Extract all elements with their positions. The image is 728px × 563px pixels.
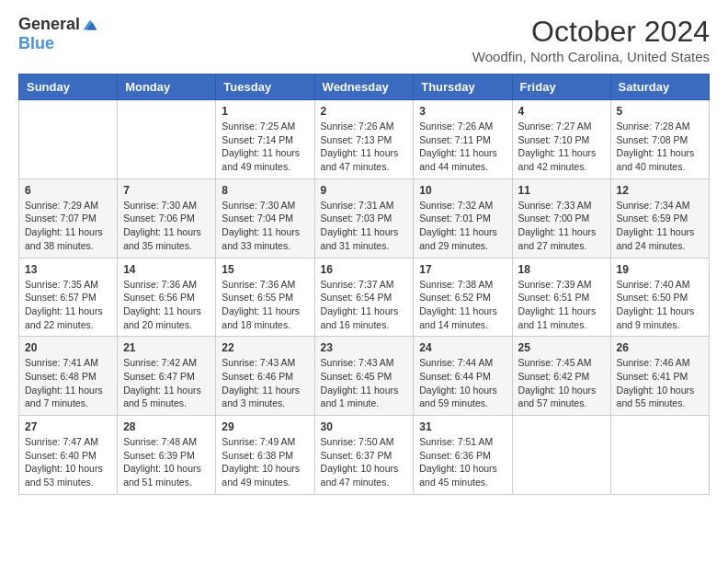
day-number: 2 bbox=[321, 105, 408, 118]
calendar-week-2: 6Sunrise: 7:29 AM Sunset: 7:07 PM Daylig… bbox=[19, 178, 710, 258]
col-wednesday: Wednesday bbox=[314, 75, 414, 100]
day-number: 5 bbox=[617, 105, 703, 118]
cell-info: Sunrise: 7:25 AM Sunset: 7:14 PM Dayligh… bbox=[222, 120, 308, 174]
cell-info: Sunrise: 7:36 AM Sunset: 6:55 PM Dayligh… bbox=[222, 278, 308, 332]
day-number: 1 bbox=[222, 105, 308, 118]
day-number: 11 bbox=[518, 184, 605, 197]
day-number: 21 bbox=[123, 341, 210, 354]
calendar-cell: 16Sunrise: 7:37 AM Sunset: 6:54 PM Dayli… bbox=[314, 258, 414, 337]
day-number: 14 bbox=[123, 263, 210, 276]
calendar-cell: 13Sunrise: 7:35 AM Sunset: 6:57 PM Dayli… bbox=[19, 258, 118, 337]
cell-info: Sunrise: 7:26 AM Sunset: 7:13 PM Dayligh… bbox=[321, 120, 408, 174]
calendar-cell: 15Sunrise: 7:36 AM Sunset: 6:55 PM Dayli… bbox=[216, 258, 314, 337]
cell-info: Sunrise: 7:31 AM Sunset: 7:03 PM Dayligh… bbox=[321, 199, 408, 253]
logo-icon bbox=[82, 17, 98, 33]
cell-info: Sunrise: 7:40 AM Sunset: 6:50 PM Dayligh… bbox=[617, 278, 703, 332]
col-thursday: Thursday bbox=[414, 75, 512, 100]
day-number: 9 bbox=[321, 184, 408, 197]
day-number: 16 bbox=[321, 263, 408, 276]
day-number: 17 bbox=[419, 263, 506, 276]
calendar-cell: 3Sunrise: 7:26 AM Sunset: 7:11 PM Daylig… bbox=[414, 100, 512, 179]
day-number: 15 bbox=[222, 263, 308, 276]
logo: General Blue bbox=[18, 15, 98, 53]
day-number: 29 bbox=[222, 420, 308, 433]
calendar-cell: 27Sunrise: 7:47 AM Sunset: 6:40 PM Dayli… bbox=[19, 416, 118, 495]
day-number: 26 bbox=[617, 341, 703, 354]
calendar-cell: 31Sunrise: 7:51 AM Sunset: 6:36 PM Dayli… bbox=[414, 416, 512, 495]
col-monday: Monday bbox=[118, 75, 216, 100]
cell-info: Sunrise: 7:49 AM Sunset: 6:38 PM Dayligh… bbox=[222, 435, 308, 489]
calendar-cell: 10Sunrise: 7:32 AM Sunset: 7:01 PM Dayli… bbox=[414, 178, 512, 258]
calendar-week-5: 27Sunrise: 7:47 AM Sunset: 6:40 PM Dayli… bbox=[19, 416, 710, 495]
calendar-cell: 29Sunrise: 7:49 AM Sunset: 6:38 PM Dayli… bbox=[216, 416, 314, 495]
cell-info: Sunrise: 7:50 AM Sunset: 6:37 PM Dayligh… bbox=[321, 435, 408, 489]
day-number: 3 bbox=[419, 105, 506, 118]
calendar-cell bbox=[118, 100, 216, 179]
day-number: 10 bbox=[419, 184, 506, 197]
cell-info: Sunrise: 7:47 AM Sunset: 6:40 PM Dayligh… bbox=[25, 435, 111, 489]
day-number: 8 bbox=[222, 184, 308, 197]
calendar-cell: 24Sunrise: 7:44 AM Sunset: 6:44 PM Dayli… bbox=[414, 337, 512, 416]
cell-info: Sunrise: 7:36 AM Sunset: 6:56 PM Dayligh… bbox=[123, 278, 210, 332]
calendar-cell: 30Sunrise: 7:50 AM Sunset: 6:37 PM Dayli… bbox=[314, 416, 414, 495]
calendar-cell: 28Sunrise: 7:48 AM Sunset: 6:39 PM Dayli… bbox=[118, 416, 216, 495]
calendar-cell: 2Sunrise: 7:26 AM Sunset: 7:13 PM Daylig… bbox=[314, 100, 414, 179]
calendar-cell: 23Sunrise: 7:43 AM Sunset: 6:45 PM Dayli… bbox=[314, 337, 414, 416]
calendar-cell: 1Sunrise: 7:25 AM Sunset: 7:14 PM Daylig… bbox=[216, 100, 314, 179]
cell-info: Sunrise: 7:34 AM Sunset: 6:59 PM Dayligh… bbox=[617, 199, 703, 253]
day-number: 4 bbox=[518, 105, 605, 118]
day-number: 31 bbox=[419, 420, 506, 433]
col-sunday: Sunday bbox=[19, 75, 118, 100]
day-number: 7 bbox=[123, 184, 210, 197]
day-number: 20 bbox=[25, 341, 111, 354]
cell-info: Sunrise: 7:26 AM Sunset: 7:11 PM Dayligh… bbox=[419, 120, 506, 174]
day-number: 24 bbox=[419, 341, 506, 354]
day-number: 23 bbox=[321, 341, 408, 354]
cell-info: Sunrise: 7:32 AM Sunset: 7:01 PM Dayligh… bbox=[419, 199, 506, 253]
day-number: 18 bbox=[518, 263, 605, 276]
calendar-cell: 12Sunrise: 7:34 AM Sunset: 6:59 PM Dayli… bbox=[610, 178, 709, 258]
calendar-header-row: Sunday Monday Tuesday Wednesday Thursday… bbox=[19, 75, 710, 100]
col-saturday: Saturday bbox=[610, 75, 709, 100]
calendar-cell: 22Sunrise: 7:43 AM Sunset: 6:46 PM Dayli… bbox=[216, 337, 314, 416]
cell-info: Sunrise: 7:37 AM Sunset: 6:54 PM Dayligh… bbox=[321, 278, 408, 332]
calendar-cell: 21Sunrise: 7:42 AM Sunset: 6:47 PM Dayli… bbox=[118, 337, 216, 416]
cell-info: Sunrise: 7:41 AM Sunset: 6:48 PM Dayligh… bbox=[25, 356, 111, 410]
logo-blue: Blue bbox=[18, 34, 54, 53]
calendar-cell: 6Sunrise: 7:29 AM Sunset: 7:07 PM Daylig… bbox=[19, 178, 118, 258]
calendar-cell: 18Sunrise: 7:39 AM Sunset: 6:51 PM Dayli… bbox=[512, 258, 610, 337]
day-number: 25 bbox=[518, 341, 605, 354]
day-number: 30 bbox=[321, 420, 408, 433]
col-friday: Friday bbox=[512, 75, 610, 100]
cell-info: Sunrise: 7:28 AM Sunset: 7:08 PM Dayligh… bbox=[617, 120, 703, 174]
calendar-week-4: 20Sunrise: 7:41 AM Sunset: 6:48 PM Dayli… bbox=[19, 337, 710, 416]
cell-info: Sunrise: 7:51 AM Sunset: 6:36 PM Dayligh… bbox=[419, 435, 506, 489]
calendar-cell bbox=[610, 416, 709, 495]
day-number: 27 bbox=[25, 420, 111, 433]
day-number: 13 bbox=[25, 263, 111, 276]
calendar-cell: 17Sunrise: 7:38 AM Sunset: 6:52 PM Dayli… bbox=[414, 258, 512, 337]
calendar: Sunday Monday Tuesday Wednesday Thursday… bbox=[18, 74, 710, 495]
cell-info: Sunrise: 7:39 AM Sunset: 6:51 PM Dayligh… bbox=[518, 278, 605, 332]
calendar-cell bbox=[19, 100, 118, 179]
cell-info: Sunrise: 7:42 AM Sunset: 6:47 PM Dayligh… bbox=[123, 356, 210, 410]
calendar-cell: 8Sunrise: 7:30 AM Sunset: 7:04 PM Daylig… bbox=[216, 178, 314, 258]
calendar-cell: 4Sunrise: 7:27 AM Sunset: 7:10 PM Daylig… bbox=[512, 100, 610, 179]
cell-info: Sunrise: 7:30 AM Sunset: 7:06 PM Dayligh… bbox=[123, 199, 210, 253]
calendar-cell bbox=[512, 416, 610, 495]
cell-info: Sunrise: 7:29 AM Sunset: 7:07 PM Dayligh… bbox=[25, 199, 111, 253]
calendar-week-1: 1Sunrise: 7:25 AM Sunset: 7:14 PM Daylig… bbox=[19, 100, 710, 179]
day-number: 6 bbox=[25, 184, 111, 197]
calendar-cell: 19Sunrise: 7:40 AM Sunset: 6:50 PM Dayli… bbox=[610, 258, 709, 337]
calendar-cell: 5Sunrise: 7:28 AM Sunset: 7:08 PM Daylig… bbox=[610, 100, 709, 179]
col-tuesday: Tuesday bbox=[216, 75, 314, 100]
day-number: 19 bbox=[617, 263, 703, 276]
calendar-cell: 7Sunrise: 7:30 AM Sunset: 7:06 PM Daylig… bbox=[118, 178, 216, 258]
location: Woodfin, North Carolina, United States bbox=[472, 49, 710, 64]
cell-info: Sunrise: 7:43 AM Sunset: 6:46 PM Dayligh… bbox=[222, 356, 308, 410]
calendar-cell: 14Sunrise: 7:36 AM Sunset: 6:56 PM Dayli… bbox=[118, 258, 216, 337]
cell-info: Sunrise: 7:38 AM Sunset: 6:52 PM Dayligh… bbox=[419, 278, 506, 332]
cell-info: Sunrise: 7:35 AM Sunset: 6:57 PM Dayligh… bbox=[25, 278, 111, 332]
day-number: 22 bbox=[222, 341, 308, 354]
cell-info: Sunrise: 7:33 AM Sunset: 7:00 PM Dayligh… bbox=[518, 199, 605, 253]
